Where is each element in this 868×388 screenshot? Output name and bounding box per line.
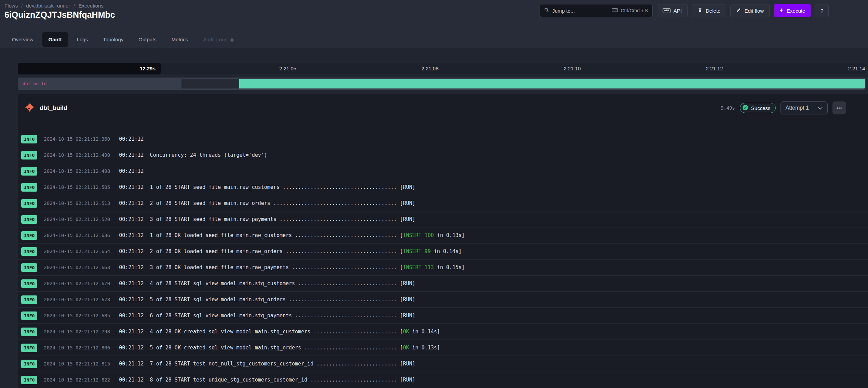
tab-label: Outputs [138, 37, 157, 42]
log-timestamp: 2024-10-15 02:21:12.513 [44, 200, 112, 206]
log-timestamp: 2024-10-15 02:21:12.360 [44, 136, 112, 142]
gantt-task-label[interactable]: dbt_build [23, 78, 46, 90]
log-message: 00:21:12 4 of 28 START sql view model ma… [119, 280, 415, 287]
tab-logs[interactable]: Logs [71, 32, 94, 47]
gantt-bar-pending [181, 79, 239, 88]
task-duration: 9.49s [721, 105, 735, 111]
log-level-badge: INFO [21, 231, 37, 240]
status-label: Success [751, 105, 771, 111]
keyboard-shortcut: Ctrl/Cmd + K [612, 8, 648, 13]
tab-label: Topology [103, 37, 123, 42]
log-row: INFO 2024-10-15 02:21:12.505 00:21:12 1 … [18, 179, 868, 195]
log-message: 00:21:12 5 of 28 OK created sql view mod… [119, 345, 440, 351]
breadcrumb-item[interactable]: Executions [78, 3, 103, 9]
log-row: INFO 2024-10-15 02:21:12.678 00:21:12 5 … [18, 291, 868, 307]
log-row: INFO 2024-10-15 02:21:12.815 00:21:12 7 … [18, 356, 868, 372]
log-row: INFO 2024-10-15 02:21:12.670 00:21:12 4 … [18, 275, 868, 291]
shortcut-label: Ctrl/Cmd + K [621, 8, 648, 13]
edit-flow-button-label: Edit flow [744, 8, 764, 14]
more-options-button[interactable]: ••• [832, 101, 846, 114]
keyboard-icon [612, 8, 618, 13]
breadcrumb-item[interactable]: dev.dbt-task-runner [26, 3, 70, 9]
log-message: 00:21:12 1 of 28 START seed file main.ra… [119, 184, 415, 190]
timeline-tick-label: 2:21:14 [848, 63, 865, 74]
log-level-badge: INFO [21, 215, 37, 224]
log-list: INFO 2024-10-15 02:21:12.360 00:21:12 IN… [18, 131, 868, 388]
delete-button[interactable]: Delete [692, 4, 726, 17]
help-button[interactable]: ? [815, 4, 829, 17]
log-level-badge: INFO [21, 199, 37, 208]
timeline-tick-label: 2:21:10 [564, 63, 581, 74]
log-level-badge: INFO [21, 344, 37, 352]
log-level-badge: INFO [21, 135, 37, 143]
log-message: 00:21:12 [119, 168, 144, 174]
log-level-badge: INFO [21, 360, 37, 368]
timeline-tick-label: 2:21:08 [421, 63, 438, 74]
gantt-timeline-header: 12.29s 2:21:052:21:082:21:102:21:122:21:… [18, 63, 866, 74]
tab-label: Audit Logs [203, 37, 227, 42]
log-row: INFO 2024-10-15 02:21:12.498 00:21:12 [18, 163, 868, 179]
log-level-badge: INFO [21, 183, 37, 192]
tab-metrics[interactable]: Metrics [165, 32, 194, 47]
log-row: INFO 2024-10-15 02:21:12.822 00:21:12 8 … [18, 372, 868, 388]
log-level-badge: INFO [21, 263, 37, 272]
api-button-label: API [674, 8, 682, 14]
gantt-bar-running[interactable] [239, 79, 865, 88]
search-icon [544, 8, 549, 14]
trash-icon [697, 8, 703, 14]
tab-label: Metrics [172, 37, 188, 42]
log-message: 00:21:12 Concurrency: 24 threads (target… [119, 152, 267, 158]
log-message: 00:21:12 5 of 28 START sql view model ma… [119, 296, 415, 303]
log-row: INFO 2024-10-15 02:21:12.685 00:21:12 6 … [18, 307, 868, 323]
log-timestamp: 2024-10-15 02:21:12.505 [44, 184, 112, 190]
tab-outputs[interactable]: Outputs [132, 32, 163, 47]
log-timestamp: 2024-10-15 02:21:12.806 [44, 345, 112, 350]
gantt-chart: 12.29s 2:21:052:21:082:21:102:21:122:21:… [18, 63, 866, 90]
tab-gantt[interactable]: Gantt [42, 32, 68, 47]
log-row: INFO 2024-10-15 02:21:12.798 00:21:12 4 … [18, 323, 868, 340]
chevron-down-icon [818, 105, 823, 111]
log-timestamp: 2024-10-15 02:21:12.678 [44, 297, 112, 302]
task-name: dbt_build [40, 105, 67, 112]
delete-button-label: Delete [706, 8, 720, 14]
breadcrumb-separator: / [73, 3, 75, 9]
status-badge: Success [740, 103, 776, 113]
timeline-ticks: 2:21:052:21:082:21:102:21:122:21:14 [161, 63, 866, 74]
log-level-badge: INFO [21, 279, 37, 288]
pencil-icon [736, 8, 741, 14]
log-message: 00:21:12 7 of 28 START test not_null_stg… [119, 361, 415, 367]
log-timestamp: 2024-10-15 02:21:12.815 [44, 361, 112, 366]
log-message: 00:21:12 2 of 28 OK loaded seed file mai… [119, 248, 461, 254]
task-header: dbt_build 9.49s Success Attempt 1 •• [18, 100, 868, 116]
search-input[interactable] [552, 8, 593, 14]
log-message: 00:21:12 4 of 28 OK created sql view mod… [119, 329, 440, 335]
log-timestamp: 2024-10-15 02:21:12.670 [44, 281, 112, 286]
log-timestamp: 2024-10-15 02:21:12.685 [44, 313, 112, 318]
tab-overview[interactable]: Overview [6, 32, 40, 47]
breadcrumb-item[interactable]: Flows [4, 3, 18, 9]
bolt-icon [779, 8, 784, 14]
log-row: INFO 2024-10-15 02:21:12.490 00:21:12 Co… [18, 147, 868, 163]
log-row: INFO 2024-10-15 02:21:12.663 00:21:12 3 … [18, 259, 868, 275]
check-circle-icon [742, 105, 748, 112]
execute-button[interactable]: Execute [774, 4, 811, 17]
header-actions: Ctrl/Cmd + K API API Delete Edit flow Ex… [540, 4, 829, 17]
log-level-badge: INFO [21, 295, 37, 304]
jump-to-search[interactable]: Ctrl/Cmd + K [540, 4, 653, 17]
log-row: INFO 2024-10-15 02:21:12.636 00:21:12 1 … [18, 227, 868, 243]
gantt-view: 12.29s 2:21:052:21:082:21:102:21:122:21:… [0, 49, 868, 386]
edit-flow-button[interactable]: Edit flow [730, 4, 770, 17]
task-detail-panel: dbt_build 9.49s Success Attempt 1 •• [18, 94, 868, 388]
log-level-badge: INFO [21, 151, 37, 160]
api-icon: API [663, 8, 670, 13]
log-row: INFO 2024-10-15 02:21:12.806 00:21:12 5 … [18, 340, 868, 356]
tab-topology[interactable]: Topology [97, 32, 130, 47]
attempt-select[interactable]: Attempt 1 [781, 101, 828, 114]
log-row: INFO 2024-10-15 02:21:12.520 00:21:12 3 … [18, 211, 868, 227]
gantt-duration-box: 12.29s [18, 63, 161, 74]
gantt-task-row: dbt_build [18, 78, 866, 90]
api-button[interactable]: API API [657, 4, 688, 17]
tab-audit-logs[interactable]: Audit Logs [197, 32, 240, 47]
log-row: INFO 2024-10-15 02:21:12.654 00:21:12 2 … [18, 243, 868, 259]
log-message: 00:21:12 2 of 28 START seed file main.ra… [119, 200, 415, 206]
